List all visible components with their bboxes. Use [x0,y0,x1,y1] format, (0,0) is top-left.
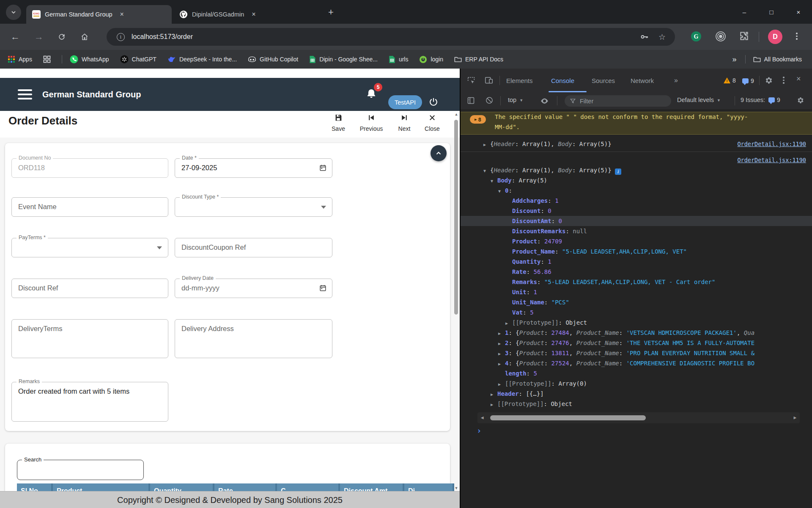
tab-german-standard-group[interactable]: GSG German Standard Group × [26,5,172,24]
devtools-tab-network[interactable]: Network [631,69,654,92]
info-icon[interactable]: i [615,168,621,175]
scrollbar-up-arrow[interactable]: ▲ [453,112,459,116]
maximize-button[interactable]: □ [758,8,785,16]
source-link[interactable]: OrderDetail.jsx:1190 [737,141,806,147]
bookmark-dipin-google-shee[interactable]: Dipin - Google Shee... [309,55,378,64]
bookmark-apps[interactable]: Apps [8,55,32,63]
scroll-to-top-button[interactable] [431,145,447,161]
grammarly-extension-icon[interactable]: G [690,30,702,42]
field-deliveryterms[interactable]: DeliveryTerms [11,319,168,358]
field-discountcoupon-ref[interactable]: DiscountCoupon Ref [175,238,332,257]
password-key-icon[interactable] [639,32,649,42]
console-row[interactable]: ▶Header: [{…}] [461,389,812,399]
site-info-icon[interactable]: i [117,33,125,41]
forward-icon[interactable]: → [33,31,45,43]
devtools-menu-icon[interactable] [783,77,785,84]
live-expression-eye-icon[interactable] [540,97,549,105]
context-selector[interactable]: top▼ [508,97,523,103]
console-warning-message[interactable]: ▶8 The specified value " " does not conf… [461,112,812,135]
device-toolbar-icon[interactable] [484,76,494,85]
dropdown-arrow-icon[interactable] [321,206,326,209]
browser-menu-icon[interactable] [796,33,798,40]
scroll-left-arrow[interactable]: ◀ [481,415,484,420]
expander-closed-icon[interactable]: ▶ [483,140,490,149]
expander-closed-icon[interactable]: ▶ [491,389,497,399]
field-delivery-date[interactable]: Delivery Datedd-mm-yyyy [175,279,332,298]
devtools-tab-console[interactable]: Console [551,69,574,92]
console-row[interactable]: ▼Body: Array(5) [461,175,812,185]
console-row[interactable]: ▶2: {Product: 27476, Product_Name: 'THE … [461,338,812,348]
devtools-tab-sources[interactable]: Sources [592,69,615,92]
bookmark-star-icon[interactable]: ☆ [658,32,666,42]
tab-search-button[interactable] [6,5,21,20]
calendar-icon[interactable] [319,164,327,172]
devtools-settings-gear-icon[interactable] [764,76,774,85]
next-button[interactable]: Next [391,113,418,132]
minimize-button[interactable]: – [731,8,758,16]
expander-closed-icon[interactable]: ▶ [491,400,497,409]
console-row[interactable]: ▼0: [461,185,812,196]
expander-open-icon[interactable]: ▼ [483,166,490,175]
profile-avatar[interactable]: D [768,30,782,44]
field-remarks[interactable]: RemarksOrder created from cart with 5 it… [11,382,168,422]
field-document-no[interactable]: Document NoORD118 [11,158,168,178]
more-tabs-chevron[interactable]: » [674,69,678,92]
console-settings-gear-icon[interactable] [796,96,805,105]
search-input[interactable]: Search [17,460,144,480]
console-row[interactable]: ▶[[Prototype]]: Object [461,399,812,409]
menu-hamburger-icon[interactable] [18,89,32,102]
expander-closed-icon[interactable]: ▶ [505,318,512,328]
logout-power-icon[interactable] [428,97,439,108]
warnings-indicator[interactable]: ! 8 [724,77,736,84]
issues-indicator[interactable]: 9 [742,77,754,84]
field-discount-ref[interactable]: Discount Ref [11,279,168,298]
expander-closed-icon[interactable]: ▶ [498,329,505,338]
console-horizontal-scrollbar[interactable]: ◀ ▶ [477,412,800,423]
source-link[interactable]: OrderDetail.jsx:1190 [737,157,806,163]
console-row[interactable]: ▶1: {Product: 27484, Product_Name: 'VETS… [461,328,812,338]
bookmarks-overflow-chevron[interactable]: » [732,55,737,64]
scrollbar-thumb[interactable] [454,120,458,315]
expander-closed-icon[interactable]: ▶ [498,359,505,368]
extensions-puzzle-icon[interactable] [738,30,749,41]
console-filter-input[interactable]: Filter [565,95,671,107]
console-row[interactable]: ▼{Header: Array(1), Body: Array(5)}i [461,165,812,175]
warning-count-badge[interactable]: ▶8 [470,115,486,124]
scrollbar-down-arrow[interactable]: ▼ [453,486,459,490]
bookmark-github-copilot[interactable]: GitHub Copilot [248,55,298,63]
scroll-right-arrow[interactable]: ▶ [793,415,796,420]
console-sidebar-icon[interactable] [466,96,475,105]
dropdown-arrow-icon[interactable] [157,246,162,249]
tab-close-icon[interactable]: × [252,11,255,18]
log-levels-selector[interactable]: Default levels▼ [677,97,721,103]
issues-counter[interactable]: 9 Issues: 9 [741,97,780,103]
console-row[interactable]: ▶3: {Product: 13811, Product_Name: 'PRO … [461,348,812,358]
save-button[interactable]: Save [325,113,352,132]
field-event-name[interactable]: Event Name [11,197,168,217]
calendar-icon[interactable] [319,284,327,292]
field-date[interactable]: Date *27-09-2025 [175,158,332,178]
expander-closed-icon[interactable]: ▶ [498,379,505,389]
expander-closed-icon[interactable]: ▶ [498,339,505,348]
bookmark-whatsapp[interactable]: WhatsApp [70,55,109,64]
url-text[interactable]: localhost:5173/order [132,33,639,41]
bookmark-deepseek-into-the[interactable]: DeepSeek - Into the... [167,55,237,63]
console-row[interactable]: ▶4: {Product: 27524, Product_Name: 'COMP… [461,358,812,368]
test-api-button[interactable]: TestAPI [388,95,422,109]
close-button[interactable]: Close [419,113,446,132]
horizontal-scrollbar-thumb[interactable] [490,415,646,420]
address-bar[interactable]: i localhost:5173/order ☆ [107,28,675,46]
tab-gsgadmin[interactable]: Dipinlal/GSGadmin × [173,5,315,24]
console-row[interactable]: ▶[[Prototype]]: Object [461,318,812,328]
expander-closed-icon[interactable]: ▶ [498,349,505,358]
target-extension-icon[interactable] [715,30,727,42]
console-prompt-icon[interactable]: › [477,426,481,435]
bookmark-erp-api-docs[interactable]: ERP API Docs [454,56,503,63]
console-row[interactable]: ▶[[Prototype]]: Array(0) [461,378,812,389]
field-delivery-address[interactable]: Delivery Address [175,319,332,358]
home-icon[interactable] [79,31,91,43]
field-payterms[interactable]: PayTerms * [11,238,168,257]
inspect-element-icon[interactable] [466,76,476,85]
all-bookmarks-button[interactable]: All Bookmarks [753,56,802,63]
close-window-button[interactable]: × [785,8,812,16]
